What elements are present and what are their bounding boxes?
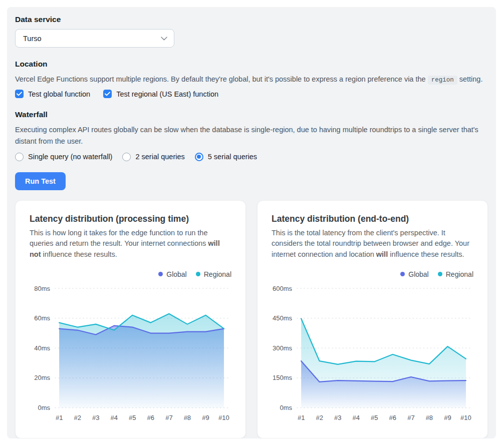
radio-5-serial-queries[interactable]: 5 serial queries [195, 153, 257, 161]
svg-text:#4: #4 [110, 414, 117, 421]
svg-text:#3: #3 [334, 414, 341, 421]
legend-item-global: Global [158, 270, 186, 278]
regional-series-dot-icon [196, 272, 200, 276]
radio-2-serial-queries[interactable]: 2 serial queries [122, 153, 184, 161]
location-checkbox-group: Test global function Test regional (US E… [15, 90, 488, 98]
svg-text:#7: #7 [407, 414, 414, 421]
checkbox-label: Test regional (US East) function [116, 90, 218, 98]
location-description: Vercel Edge Functions support multiple r… [15, 74, 488, 85]
svg-text:80ms: 80ms [34, 284, 50, 292]
global-series-dot-icon [400, 272, 405, 276]
svg-text:#1: #1 [56, 414, 63, 421]
svg-text:#1: #1 [298, 414, 305, 421]
svg-text:#4: #4 [352, 414, 359, 421]
global-series-dot-icon [158, 272, 163, 276]
chart-legend: Global Regional [30, 270, 231, 278]
svg-text:#10: #10 [460, 414, 471, 421]
latency-chart-svg: 0ms150ms300ms450ms600ms#1#2#3#4#5#6#7#8#… [272, 279, 473, 428]
checkbox-label: Test global function [28, 90, 90, 98]
location-heading: Location [15, 60, 488, 69]
card-title: Latency distribution (processing time) [30, 214, 231, 224]
charts-row: Latency distribution (processing time) T… [15, 200, 488, 438]
data-service-heading: Data service [15, 15, 488, 24]
region-code-tag: region [428, 76, 457, 85]
svg-text:40ms: 40ms [34, 344, 50, 352]
svg-text:#2: #2 [316, 414, 323, 421]
legend-item-global: Global [400, 270, 428, 278]
run-test-button[interactable]: Run Test [15, 172, 66, 190]
data-service-select[interactable]: Turso [15, 29, 174, 48]
radio-icon[interactable] [15, 153, 24, 161]
svg-text:150ms: 150ms [273, 374, 293, 381]
svg-text:#6: #6 [389, 414, 396, 421]
svg-text:0ms: 0ms [38, 404, 51, 411]
svg-text:#5: #5 [129, 414, 136, 421]
checkbox-test-global-function[interactable]: Test global function [15, 90, 90, 98]
svg-text:20ms: 20ms [34, 374, 50, 381]
radio-label: 5 serial queries [208, 153, 257, 161]
legend-label: Regional [204, 270, 231, 278]
svg-text:450ms: 450ms [273, 314, 293, 322]
page-background: Data service Turso Location Vercel Edge … [0, 0, 504, 445]
svg-text:#5: #5 [371, 414, 378, 421]
waterfall-heading: Waterfall [15, 110, 488, 119]
waterfall-radio-group: Single query (no waterfall) 2 serial que… [15, 153, 488, 161]
processing-time-card: Latency distribution (processing time) T… [15, 200, 246, 438]
card-title: Latency distribution (end-to-end) [272, 214, 473, 224]
radio-label: 2 serial queries [135, 153, 184, 161]
checkbox-icon[interactable] [103, 90, 112, 98]
svg-text:#10: #10 [218, 414, 229, 421]
checkbox-icon[interactable] [15, 90, 24, 98]
svg-text:300ms: 300ms [273, 344, 293, 352]
radio-icon[interactable] [122, 153, 131, 161]
waterfall-description: Executing complex API routes globally ca… [15, 124, 488, 147]
legend-item-regional: Regional [196, 270, 231, 278]
chevron-down-icon [161, 37, 167, 41]
radio-single-query[interactable]: Single query (no waterfall) [15, 153, 112, 161]
svg-text:#9: #9 [202, 414, 209, 421]
regional-series-dot-icon [438, 272, 442, 276]
legend-label: Global [166, 270, 186, 278]
main-panel: Data service Turso Location Vercel Edge … [7, 7, 496, 438]
svg-text:#9: #9 [444, 414, 451, 421]
legend-label: Regional [446, 270, 473, 278]
data-service-selected-value: Turso [23, 35, 42, 43]
checkbox-test-regional-function[interactable]: Test regional (US East) function [103, 90, 218, 98]
svg-text:#3: #3 [92, 414, 99, 421]
processing-time-chart: 0ms20ms40ms60ms80ms#1#2#3#4#5#6#7#8#9#10 [30, 279, 231, 428]
svg-text:#8: #8 [426, 414, 433, 421]
chart-legend: Global Regional [272, 270, 473, 278]
svg-text:60ms: 60ms [34, 314, 50, 322]
svg-text:0ms: 0ms [280, 404, 293, 411]
svg-text:600ms: 600ms [273, 284, 293, 292]
svg-text:#6: #6 [147, 414, 154, 421]
radio-icon[interactable] [195, 153, 203, 161]
legend-label: Global [408, 270, 428, 278]
latency-chart-svg: 0ms20ms40ms60ms80ms#1#2#3#4#5#6#7#8#9#10 [30, 279, 231, 428]
radio-label: Single query (no waterfall) [28, 153, 112, 161]
card-description: This is the total latency from the clien… [272, 228, 473, 260]
card-description: This is how long it takes for the edge f… [30, 228, 231, 260]
svg-text:#8: #8 [184, 414, 191, 421]
end-to-end-chart: 0ms150ms300ms450ms600ms#1#2#3#4#5#6#7#8#… [272, 279, 473, 428]
svg-text:#7: #7 [165, 414, 172, 421]
svg-text:#2: #2 [74, 414, 81, 421]
end-to-end-card: Latency distribution (end-to-end) This i… [257, 200, 488, 438]
legend-item-regional: Regional [438, 270, 473, 278]
